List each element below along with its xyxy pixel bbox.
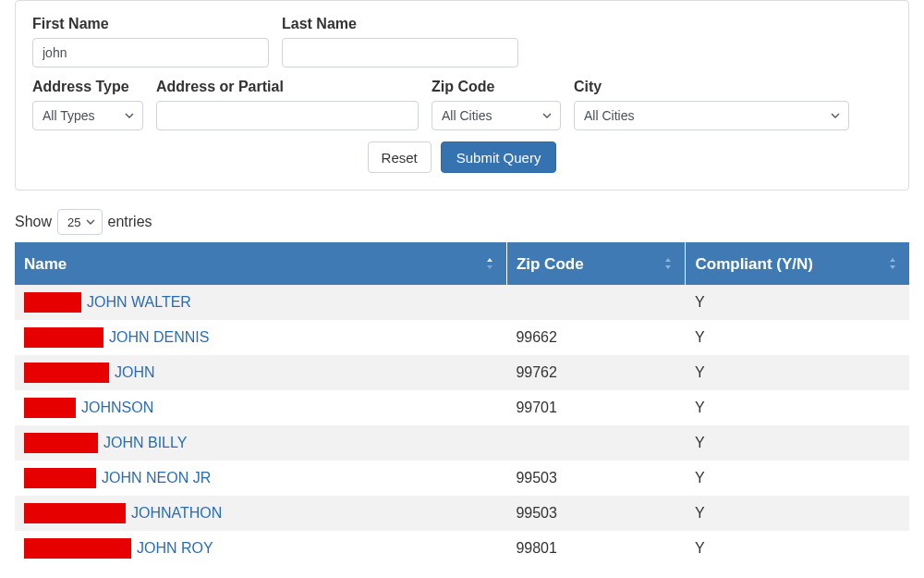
address-type-group: Address Type All Types — [32, 79, 143, 130]
city-value: All Cities — [584, 108, 634, 123]
zip-cell: 99701 — [506, 390, 686, 425]
last-name-input[interactable] — [282, 38, 518, 68]
name-cell: JOHNSON — [15, 390, 506, 425]
table-row: JOHN99762Y — [15, 355, 909, 390]
redacted-block — [24, 327, 103, 348]
name-cell: JOHN — [15, 355, 506, 390]
name-link[interactable]: JOHN DENNIS — [109, 329, 209, 346]
first-name-group: First Name — [32, 16, 269, 68]
name-cell: JOHNATHON — [15, 496, 506, 531]
compliant-cell: Y — [686, 425, 909, 461]
table-row: JOHN BILLYY — [15, 425, 909, 461]
compliant-cell: Y — [686, 285, 909, 320]
name-link[interactable]: JOHN NEON JR — [102, 470, 211, 486]
address-label: Address or Partial — [156, 79, 419, 95]
zip-value: All Cities — [442, 108, 492, 123]
page-size-select[interactable]: 25 — [57, 209, 102, 235]
name-link[interactable]: JOHNATHON — [131, 505, 222, 522]
city-group: City All Cities — [574, 79, 849, 130]
city-label: City — [574, 79, 849, 95]
first-name-label: First Name — [32, 16, 269, 32]
col-header-name-label: Name — [24, 255, 67, 273]
table-length-control: Show 25 entries — [15, 209, 909, 235]
first-name-input[interactable] — [32, 38, 269, 68]
redacted-block — [24, 468, 96, 488]
submit-query-button[interactable]: Submit Query — [441, 141, 557, 173]
last-name-group: Last Name — [282, 16, 518, 68]
address-type-label: Address Type — [32, 79, 143, 95]
name-link[interactable]: JOHNSON — [81, 400, 153, 416]
name-link[interactable]: JOHN BILLY — [103, 435, 187, 451]
search-panel: First Name Last Name Address Type All Ty… — [15, 0, 909, 191]
redacted-block — [24, 538, 131, 559]
show-prefix: Show — [15, 214, 52, 230]
name-cell: JOHN WALTER — [15, 285, 506, 320]
zip-cell: 99503 — [506, 496, 686, 531]
last-name-label: Last Name — [282, 16, 518, 32]
col-header-compliant-label: Compliant (Y/N) — [695, 255, 813, 273]
zip-cell — [506, 285, 686, 320]
address-type-select[interactable]: All Types — [32, 101, 143, 130]
name-cell: JOHN DENNIS — [15, 320, 506, 355]
address-type-value: All Types — [43, 108, 95, 123]
redacted-block — [24, 292, 81, 313]
col-header-zip[interactable]: Zip Code — [506, 242, 686, 285]
table-row: JOHNSON99701Y — [15, 390, 909, 425]
redacted-block — [24, 398, 76, 418]
col-header-name[interactable]: Name — [15, 242, 506, 285]
compliant-cell: Y — [686, 496, 909, 531]
button-row: Reset Submit Query — [32, 141, 892, 173]
page-size-value: 25 — [67, 215, 80, 229]
zip-label: Zip Code — [432, 79, 561, 95]
zip-cell: 99801 — [506, 531, 686, 566]
search-row-2: Address Type All Types Address or Partia… — [32, 79, 892, 130]
address-group: Address or Partial — [156, 79, 419, 130]
zip-group: Zip Code All Cities — [432, 79, 561, 130]
city-select[interactable]: All Cities — [574, 101, 849, 130]
zip-cell — [506, 425, 686, 461]
col-header-zip-label: Zip Code — [517, 255, 584, 273]
sort-icon — [663, 256, 675, 271]
results-table: Name Zip Code Compliant — [15, 242, 909, 566]
compliant-cell: Y — [686, 390, 909, 425]
table-row: JOHNATHON99503Y — [15, 496, 909, 531]
compliant-cell: Y — [686, 355, 909, 390]
compliant-cell: Y — [686, 320, 909, 355]
zip-cell: 99503 — [506, 461, 686, 496]
compliant-cell: Y — [686, 461, 909, 496]
name-cell: JOHN NEON JR — [15, 461, 506, 496]
search-row-1: First Name Last Name — [32, 16, 892, 68]
name-link[interactable]: JOHN ROY — [137, 540, 213, 557]
zip-select[interactable]: All Cities — [432, 101, 561, 130]
sort-asc-icon — [484, 256, 497, 271]
show-suffix: entries — [108, 214, 152, 230]
sort-icon — [887, 256, 900, 271]
redacted-block — [24, 503, 126, 523]
name-cell: JOHN ROY — [15, 531, 506, 566]
address-input[interactable] — [156, 101, 419, 130]
table-row: JOHN NEON JR99503Y — [15, 461, 909, 496]
redacted-block — [24, 433, 98, 453]
zip-cell: 99762 — [506, 355, 686, 390]
name-cell: JOHN BILLY — [15, 425, 506, 461]
name-link[interactable]: JOHN WALTER — [87, 294, 191, 311]
table-row: JOHN WALTERY — [15, 285, 909, 320]
name-link[interactable]: JOHN — [115, 364, 155, 381]
reset-button[interactable]: Reset — [368, 141, 432, 173]
zip-cell: 99662 — [506, 320, 686, 355]
results-header-row: Name Zip Code Compliant — [15, 242, 909, 285]
table-row: JOHN DENNIS99662Y — [15, 320, 909, 355]
compliant-cell: Y — [686, 531, 909, 566]
table-row: JOHN ROY99801Y — [15, 531, 909, 566]
col-header-compliant[interactable]: Compliant (Y/N) — [686, 242, 909, 285]
redacted-block — [24, 363, 109, 383]
